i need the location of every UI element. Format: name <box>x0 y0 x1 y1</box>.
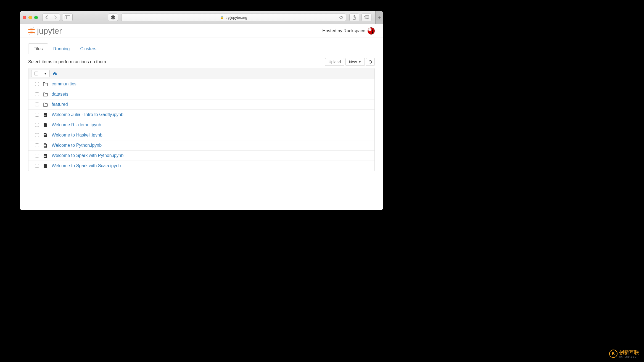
select-all-group: ▼ <box>31 70 50 77</box>
svg-rect-19 <box>44 156 46 156</box>
item-link[interactable]: Welcome Julia - Intro to Gadfly.ipynb <box>52 112 123 117</box>
jupyter-header: jupyter Hosted by Rackspace <box>20 24 383 38</box>
chevron-left-icon <box>45 15 48 19</box>
reload-button[interactable] <box>339 15 343 19</box>
sidebar-icon <box>65 15 70 19</box>
window-controls <box>23 16 38 19</box>
jupyter-logo-text: jupyter <box>37 26 62 36</box>
upload-button[interactable]: Upload <box>325 58 344 66</box>
svg-rect-17 <box>44 146 46 146</box>
close-window-button[interactable] <box>23 16 26 19</box>
list-item: Welcome Julia - Intro to Gadfly.ipynb <box>28 110 374 120</box>
new-tab-button[interactable]: ＋ <box>375 11 383 24</box>
item-link[interactable]: communities <box>52 82 76 86</box>
item-link[interactable]: Welcome R - demo.ipynb <box>52 122 101 127</box>
notebook-icon <box>43 112 48 117</box>
watermark-icon: K <box>609 350 617 358</box>
url-bar[interactable]: 🔒 try.jupyter.org <box>121 14 346 21</box>
show-tabs-button[interactable] <box>361 14 371 21</box>
item-link[interactable]: Welcome to Spark with Scala.ipynb <box>52 163 121 168</box>
new-button[interactable]: New ▼ <box>345 58 365 66</box>
extension-button[interactable]: ✱ <box>108 14 118 21</box>
folder-icon <box>43 82 48 86</box>
svg-rect-6 <box>44 114 46 114</box>
safari-toolbar: ✱ 🔒 try.jupyter.org <box>20 11 383 24</box>
item-link[interactable]: Welcome to Spark with Python.ipynb <box>52 153 123 158</box>
item-checkbox[interactable] <box>35 143 39 147</box>
select-menu-button[interactable]: ▼ <box>41 70 49 77</box>
tab-files[interactable]: Files <box>28 43 48 54</box>
svg-rect-14 <box>44 136 46 136</box>
file-list-header: ▼ <box>28 68 374 79</box>
list-item: Welcome to Spark with Scala.ipynb <box>28 161 374 171</box>
folder-icon <box>43 102 48 107</box>
home-icon <box>52 72 57 75</box>
svg-rect-9 <box>44 124 46 124</box>
share-button[interactable] <box>349 14 359 21</box>
watermark-main: 创新互联 <box>619 350 639 355</box>
rackspace-icon <box>368 27 375 35</box>
item-link[interactable]: featured <box>52 102 68 107</box>
new-button-label: New <box>349 60 357 64</box>
svg-rect-21 <box>44 165 46 165</box>
show-sidebar-button[interactable] <box>62 14 73 21</box>
notebook-icon <box>43 133 48 138</box>
maximize-window-button[interactable] <box>34 16 38 19</box>
watermark-text: 创新互联 CXHLCD.COM <box>619 349 639 358</box>
tab-clusters[interactable]: Clusters <box>75 43 102 54</box>
minimize-window-button[interactable] <box>28 16 32 19</box>
item-link[interactable]: datasets <box>52 92 68 97</box>
plus-icon: ＋ <box>377 14 382 21</box>
svg-rect-22 <box>44 166 46 166</box>
svg-rect-12 <box>44 134 46 135</box>
jupyter-logo[interactable]: jupyter <box>28 26 62 36</box>
refresh-button[interactable] <box>366 58 375 66</box>
item-checkbox[interactable] <box>35 113 39 117</box>
forward-button[interactable] <box>51 14 60 21</box>
list-item: Welcome to Python.ipynb <box>28 140 374 151</box>
item-checkbox[interactable] <box>35 103 39 106</box>
nav-buttons <box>42 14 60 21</box>
jupyter-app: jupyter Hosted by Rackspace Files Runnin… <box>20 24 383 210</box>
tabs-icon <box>364 15 369 19</box>
hosted-by[interactable]: Hosted by Rackspace <box>322 27 375 35</box>
svg-rect-15 <box>44 145 46 145</box>
caret-down-icon: ▼ <box>358 61 361 64</box>
breadcrumb-home[interactable] <box>52 72 57 75</box>
chevron-right-icon <box>54 15 57 19</box>
svg-rect-10 <box>44 125 46 125</box>
action-hint: Select items to perform actions on them. <box>28 59 107 64</box>
svg-rect-11 <box>44 126 46 126</box>
browser-window: ✱ 🔒 try.jupyter.org <box>20 11 383 210</box>
list-item: datasets <box>28 89 374 99</box>
back-button[interactable] <box>42 14 51 21</box>
reload-icon <box>339 15 343 19</box>
jupyter-logo-icon <box>28 28 35 34</box>
hosted-by-text: Hosted by Rackspace <box>322 28 365 33</box>
tab-running[interactable]: Running <box>48 43 75 54</box>
select-all-checkbox-cell[interactable] <box>31 70 41 77</box>
notebook-icon <box>43 153 48 158</box>
select-all-checkbox[interactable] <box>34 72 38 75</box>
list-item: Welcome to Spark with Python.ipynb <box>28 151 374 161</box>
item-checkbox[interactable] <box>35 154 39 158</box>
svg-rect-0 <box>65 16 70 19</box>
list-item: Welcome to Haskell.ipynb <box>28 130 374 140</box>
item-checkbox[interactable] <box>35 164 39 168</box>
list-item: Welcome R - demo.ipynb <box>28 120 374 130</box>
notebook-icon <box>43 163 48 168</box>
main-tabs: Files Running Clusters <box>28 43 375 54</box>
item-link[interactable]: Welcome to Haskell.ipynb <box>52 133 102 138</box>
svg-rect-16 <box>44 145 46 146</box>
item-checkbox[interactable] <box>35 123 39 127</box>
item-checkbox[interactable] <box>35 133 39 137</box>
notebook-icon <box>43 143 48 148</box>
svg-rect-18 <box>44 155 46 155</box>
svg-rect-8 <box>44 116 46 116</box>
item-link[interactable]: Welcome to Python.ipynb <box>52 143 102 148</box>
watermark: K 创新互联 CXHLCD.COM <box>609 349 639 358</box>
svg-rect-23 <box>44 167 46 167</box>
item-checkbox[interactable] <box>35 92 39 96</box>
list-item: communities <box>28 79 374 89</box>
item-checkbox[interactable] <box>35 82 39 86</box>
